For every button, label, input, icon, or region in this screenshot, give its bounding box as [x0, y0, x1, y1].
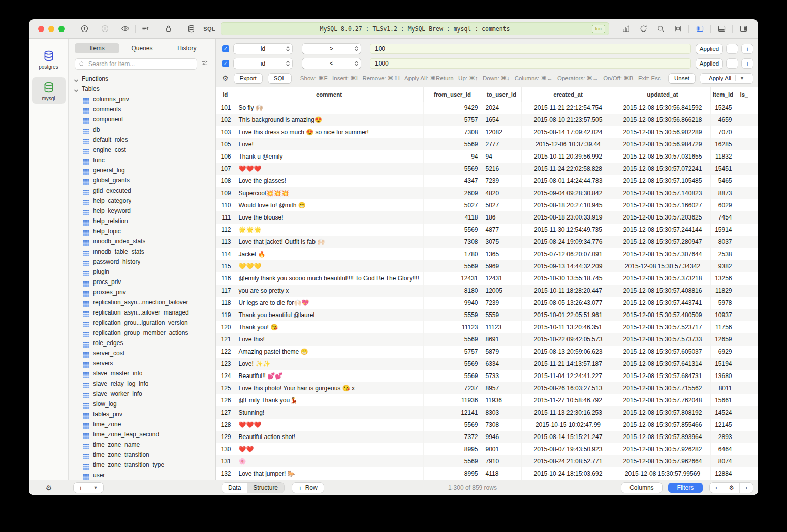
cell-item-id[interactable]: 8873 [710, 187, 736, 199]
cell-is[interactable] [736, 224, 758, 236]
cell-to-user-id[interactable]: 8303 [482, 406, 521, 419]
cell-to-user-id[interactable]: 5559 [482, 309, 521, 321]
tree-section-functions[interactable]: Functions [69, 74, 215, 84]
refresh-icon[interactable] [635, 23, 652, 35]
cell-item-id[interactable]: 16285 [710, 138, 736, 150]
cell-comment[interactable]: Love! [235, 138, 423, 150]
cell-is[interactable] [736, 211, 758, 224]
table-row[interactable]: 123Love! ✨✨556963342015-11-21 14:13:57.1… [216, 358, 758, 370]
cell-created-at[interactable]: 2015-11-30 12:54:49.735 [521, 224, 615, 236]
cell-id[interactable]: 107 [216, 163, 235, 175]
cell-comment[interactable]: Beautiful!! 💕💕 [235, 370, 423, 382]
cell-item-id[interactable]: 7454 [710, 211, 736, 224]
add-row-button[interactable]: + Row [292, 483, 324, 493]
cell-is[interactable] [736, 370, 758, 382]
cell-updated-at[interactable]: 2015-12-08 15:30:57.99569 [615, 467, 710, 480]
tab-history[interactable]: History [165, 43, 209, 53]
toggle-left-panel-icon[interactable] [691, 23, 708, 35]
table-row[interactable]: 129Beautiful action shot!737299462015-08… [216, 431, 758, 443]
cell-is[interactable] [736, 467, 758, 480]
cell-to-user-id[interactable]: 7239 [482, 297, 521, 309]
cell-item-id[interactable]: 12145 [710, 419, 736, 431]
cell-created-at[interactable]: 2015-08-24 19:09:34.776 [521, 236, 615, 248]
data-tab[interactable]: Data [222, 483, 247, 493]
cell-from-user-id[interactable]: 11936 [423, 394, 482, 406]
table-row[interactable]: 116@emily thank you soooo much beautiful… [216, 272, 758, 285]
sidebar-table-item[interactable]: slave_master_info [69, 368, 215, 379]
cell-id[interactable]: 124 [216, 370, 235, 382]
sidebar-table-item[interactable]: tables_priv [69, 409, 215, 419]
cell-item-id[interactable]: 13680 [710, 370, 736, 382]
cell-created-at[interactable]: 2015-08-07 19:43:50.923 [521, 443, 615, 455]
cell-is[interactable] [736, 260, 758, 272]
cell-from-user-id[interactable]: 94 [423, 150, 482, 163]
cell-id[interactable]: 106 [216, 150, 235, 163]
cell-to-user-id[interactable]: 5027 [482, 199, 521, 211]
cell-created-at[interactable]: 2015-08-13 20:59:06.623 [521, 346, 615, 358]
table-row[interactable]: 122Amazing pastel theme 😁575758792015-08… [216, 346, 758, 358]
cell-updated-at[interactable]: 2015-12-08 15:30:56.984729 [615, 138, 710, 150]
cell-updated-at[interactable]: 2015-12-08 15:30:57.203625 [615, 211, 710, 224]
sidebar-table-item[interactable]: comments [69, 104, 215, 114]
cell-updated-at[interactable]: 2015-12-08 15:30:57.962664 [615, 455, 710, 467]
cell-id[interactable]: 113 [216, 236, 235, 248]
cell-from-user-id[interactable]: 5569 [423, 333, 482, 346]
cell-id[interactable]: 116 [216, 272, 235, 285]
cell-comment[interactable]: Love the glasses! [235, 175, 423, 187]
cell-id[interactable]: 128 [216, 419, 235, 431]
cell-updated-at[interactable]: 2015-12-08 15:30:57.893964 [615, 431, 710, 443]
cell-item-id[interactable]: 2893 [710, 431, 736, 443]
cell-to-user-id[interactable]: 11936 [482, 394, 521, 406]
cell-from-user-id[interactable]: 5569 [423, 163, 482, 175]
cell-from-user-id[interactable]: 12431 [423, 272, 482, 285]
table-row[interactable]: 109Supercool💥💥💥260948202015-09-04 09:28:… [216, 187, 758, 199]
cell-to-user-id[interactable]: 5216 [482, 163, 521, 175]
sidebar-table-item[interactable]: engine_cost [69, 145, 215, 155]
apply-all-button[interactable]: Apply All ▼ [700, 74, 753, 83]
table-row[interactable]: 128❤️❤️❤️556973082015-10-15 10:02:47.992… [216, 419, 758, 431]
cell-updated-at[interactable]: 2015-12-08 15:30:57.808192 [615, 406, 710, 419]
cell-id[interactable]: 120 [216, 321, 235, 333]
sidebar-table-item[interactable]: replication_grou...iguration_version [69, 318, 215, 328]
item-search-input[interactable] [75, 58, 197, 70]
cell-created-at[interactable]: 2015-08-14 15:15:21.247 [521, 431, 615, 443]
cell-is[interactable] [736, 199, 758, 211]
cell-created-at[interactable]: 2015-08-18 20:27:10.945 [521, 199, 615, 211]
cell-created-at[interactable]: 2015-11-13 22:30:16.253 [521, 406, 615, 419]
cell-comment[interactable]: ❤️❤️❤️ [235, 419, 423, 431]
cell-created-at[interactable]: 2015-10-30 13:55:18.745 [521, 272, 615, 285]
toggle-bottom-panel-icon[interactable] [713, 23, 730, 35]
cell-created-at[interactable]: 2015-10-22 09:42:05.573 [521, 333, 615, 346]
cell-from-user-id[interactable]: 9940 [423, 297, 482, 309]
columns-button[interactable]: Columns [621, 483, 662, 493]
cell-comment[interactable]: Love that jacket! Outfit is fab 🙌🏻 [235, 236, 423, 248]
cell-id[interactable]: 126 [216, 394, 235, 406]
column-header-created-at[interactable]: created_at [521, 87, 615, 102]
cell-to-user-id[interactable]: 12082 [482, 126, 521, 138]
cell-from-user-id[interactable]: 7372 [423, 431, 482, 443]
cell-created-at[interactable]: 2015-11-21 22:12:54.754 [521, 102, 615, 114]
cell-created-at[interactable]: 2015-11-27 10:58:46.792 [521, 394, 615, 406]
cell-is[interactable] [736, 102, 758, 114]
cell-from-user-id[interactable]: 5569 [423, 260, 482, 272]
cell-from-user-id[interactable]: 5559 [423, 309, 482, 321]
cell-comment[interactable]: 💛💛💛 [235, 260, 423, 272]
filter-column-select[interactable]: id [234, 58, 292, 69]
cell-updated-at[interactable]: 2015-12-08 15:30:57.641314 [615, 358, 710, 370]
sidebar-table-item[interactable]: general_log [69, 165, 215, 175]
cell-from-user-id[interactable]: 12141 [423, 406, 482, 419]
cell-id[interactable]: 131 [216, 455, 235, 467]
filter-value-input[interactable] [370, 44, 691, 54]
cell-is[interactable] [736, 175, 758, 187]
cell-comment[interactable]: Amazing pastel theme 😁 [235, 346, 423, 358]
stats-chart-icon[interactable] [617, 23, 635, 35]
cell-id[interactable]: 119 [216, 309, 235, 321]
sidebar-table-item[interactable]: help_category [69, 196, 215, 206]
sidebar-table-item[interactable]: component [69, 114, 215, 124]
cell-updated-at[interactable]: 2015-12-08 15:30:57.244144 [615, 224, 710, 236]
cell-item-id[interactable]: 6029 [710, 199, 736, 211]
cell-id[interactable]: 108 [216, 175, 235, 187]
cell-id[interactable]: 102 [216, 114, 235, 126]
cell-from-user-id[interactable]: 9429 [423, 102, 482, 114]
cell-is[interactable] [736, 443, 758, 455]
